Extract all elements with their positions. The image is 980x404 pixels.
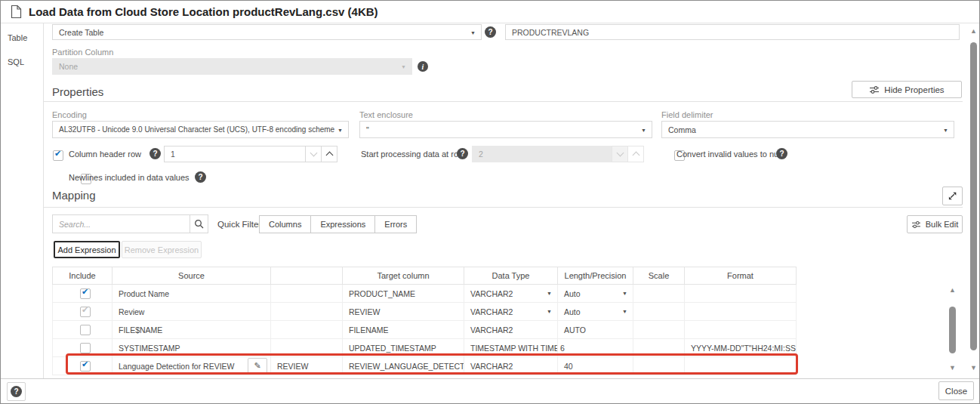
field-delimiter-select[interactable]: Comma ▼	[661, 121, 954, 138]
length-value: Auto	[564, 307, 581, 316]
table-row-highlighted: Language Detection for REVIEW✎ REVIEW RE…	[53, 357, 797, 375]
sliders-icon	[869, 85, 880, 94]
cell-format	[685, 285, 797, 303]
divider	[44, 207, 963, 208]
encoding-select[interactable]: AL32UTF8 - Unicode 9.0 Universal Charact…	[52, 121, 349, 138]
search-button[interactable]	[190, 214, 208, 233]
include-checkbox[interactable]	[80, 288, 91, 299]
chevron-down-icon: ▼	[943, 127, 948, 132]
help-icon[interactable]: ?	[149, 148, 161, 159]
help-icon[interactable]: ?	[195, 171, 206, 183]
search-input[interactable]	[52, 214, 190, 233]
remove-expression-button: Remove Expression	[122, 241, 202, 258]
cell-length: AUTO	[558, 321, 633, 339]
cell-source: SYSTIMESTAMP	[112, 339, 271, 357]
table-row: Review REVIEW VARCHAR2▼ Auto▼	[53, 303, 797, 321]
divider	[44, 101, 963, 102]
search-icon	[194, 219, 204, 229]
chevron-up-icon	[632, 152, 639, 159]
text-enclosure-value: "	[366, 125, 369, 134]
cell-scale	[633, 285, 685, 303]
chevron-down-icon: ▼	[622, 291, 627, 296]
scrollbar-thumb[interactable]	[949, 307, 956, 353]
cell-expression	[271, 339, 343, 357]
cell-format	[685, 303, 797, 321]
spinner-down-button	[305, 146, 322, 162]
footer-help-button[interactable]: ?	[7, 382, 26, 401]
header-target-column: Target column	[343, 267, 464, 285]
help-icon[interactable]: ?	[485, 26, 496, 38]
filter-expressions-button[interactable]: Expressions	[311, 215, 375, 233]
chevron-down-icon: ▼	[547, 291, 552, 296]
close-button[interactable]: Close	[938, 381, 974, 400]
start-processing-input: 2	[472, 146, 612, 162]
filter-errors-button[interactable]: Errors	[375, 215, 417, 233]
sliders-icon	[911, 221, 921, 229]
partition-column-label: Partition Column	[52, 48, 113, 57]
include-checkbox[interactable]	[80, 343, 91, 353]
cell-length[interactable]: Auto▼	[558, 285, 633, 303]
expand-button[interactable]	[942, 187, 963, 205]
cell-scale	[633, 321, 685, 339]
header-source: Source	[112, 267, 271, 285]
sidebar: Table SQL	[1, 23, 44, 378]
sidebar-item-table[interactable]: Table	[8, 33, 27, 42]
load-option-select[interactable]: Create Table ▼	[52, 24, 482, 40]
encoding-label: Encoding	[52, 110, 87, 119]
quick-filter-label: Quick Filter:	[217, 220, 263, 229]
page-scrollbar: ▲ ▼	[967, 24, 980, 376]
sidebar-item-sql[interactable]: SQL	[8, 57, 24, 66]
spinner-down-button	[612, 146, 628, 162]
help-icon: ?	[11, 386, 22, 397]
scroll-up-icon[interactable]: ▲	[967, 28, 980, 35]
scrollbar-thumb[interactable]	[970, 42, 977, 350]
cell-format	[685, 357, 797, 375]
edit-expression-button[interactable]: ✎	[248, 358, 267, 375]
header-format: Format	[685, 267, 797, 285]
partition-column-select: None ▼	[52, 58, 412, 75]
help-icon[interactable]: ?	[457, 148, 468, 159]
bulk-edit-button[interactable]: Bulk Edit	[907, 215, 963, 233]
header-expression	[271, 267, 343, 285]
hide-properties-button[interactable]: Hide Properties	[852, 81, 962, 98]
properties-heading: Properties	[52, 85, 103, 98]
chevron-up-icon	[325, 152, 333, 159]
column-header-row-input[interactable]: 1	[164, 146, 306, 162]
quick-filter-group: Columns Expressions Errors	[259, 215, 417, 233]
spinner-up-button[interactable]	[321, 146, 337, 162]
text-enclosure-select[interactable]: " ▼	[359, 121, 652, 138]
cell-expression: REVIEW	[271, 357, 343, 375]
dialog-footer: ? Close	[1, 378, 980, 404]
chevron-down-icon: ▼	[337, 127, 343, 132]
filter-columns-button[interactable]: Columns	[259, 215, 311, 233]
cell-length: 40	[558, 357, 633, 375]
chevron-down-icon: ▼	[641, 127, 646, 132]
load-data-dialog: Load Data from Cloud Store Location prod…	[0, 0, 980, 404]
header-data-type: Data Type	[464, 267, 558, 285]
info-icon[interactable]: i	[418, 61, 428, 72]
dialog-title: Load Data from Cloud Store Location prod…	[29, 5, 378, 18]
header-include: Include	[53, 267, 112, 285]
cell-format	[685, 321, 797, 339]
scroll-down-icon[interactable]: ▼	[946, 365, 959, 372]
scroll-up-icon[interactable]: ▲	[946, 287, 959, 294]
table-name-input[interactable]	[505, 24, 960, 40]
cell-data-type[interactable]: VARCHAR2▼	[464, 303, 558, 321]
cell-format: YYYY-MM-DD"T"HH24:MI:SS.FFTZ	[685, 339, 797, 357]
add-expression-button[interactable]: Add Expression	[54, 241, 120, 258]
include-checkbox[interactable]	[80, 325, 91, 335]
bulk-edit-label: Bulk Edit	[926, 220, 958, 229]
header-length-precision: Length/Precision	[558, 267, 633, 285]
cell-data-type[interactable]: VARCHAR2▼	[464, 285, 558, 303]
data-type-value: VARCHAR2	[470, 307, 513, 316]
dialog-header: Load Data from Cloud Store Location prod…	[1, 1, 980, 23]
chevron-down-icon: ▼	[401, 64, 406, 69]
source-value: Language Detection for REVIEW	[119, 362, 235, 371]
cell-length[interactable]: Auto▼	[558, 303, 633, 321]
scroll-down-icon[interactable]: ▼	[967, 365, 980, 372]
column-header-row-checkbox[interactable]	[53, 150, 63, 161]
include-checkbox[interactable]	[80, 361, 91, 372]
hide-properties-label: Hide Properties	[884, 85, 944, 94]
help-icon[interactable]: ?	[776, 148, 787, 159]
field-delimiter-value: Comma	[668, 125, 696, 134]
